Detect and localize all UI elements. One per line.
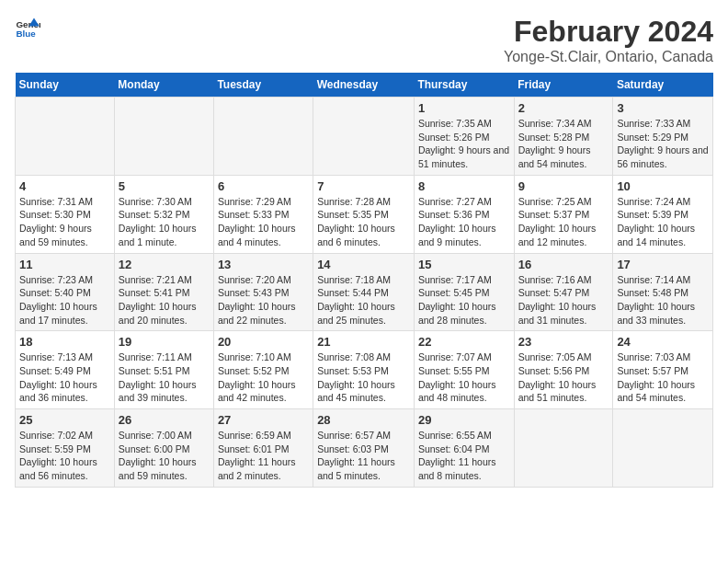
day-number: 23 [518, 335, 609, 349]
day-number: 1 [418, 101, 510, 115]
day-number: 29 [418, 413, 510, 427]
day-number: 14 [317, 258, 410, 271]
calendar-cell: 27Sunrise: 6:59 AM Sunset: 6:01 PM Dayli… [213, 409, 313, 488]
page-subtitle: Yonge-St.Clair, Ontario, Canada [504, 49, 713, 65]
day-info: Sunrise: 7:34 AM Sunset: 5:28 PM Dayligh… [518, 117, 609, 171]
day-number: 21 [317, 335, 410, 349]
page-header: General Blue February 2024 Yonge-St.Clai… [15, 15, 713, 65]
day-info: Sunrise: 7:10 AM Sunset: 5:52 PM Dayligh… [218, 350, 309, 405]
day-info: Sunrise: 7:16 AM Sunset: 5:47 PM Dayligh… [518, 273, 609, 327]
day-info: Sunrise: 7:30 AM Sunset: 5:32 PM Dayligh… [119, 195, 210, 249]
day-info: Sunrise: 6:55 AM Sunset: 6:04 PM Dayligh… [418, 429, 510, 483]
day-info: Sunrise: 7:23 AM Sunset: 5:40 PM Dayligh… [19, 273, 110, 327]
calendar-cell: 20Sunrise: 7:10 AM Sunset: 5:52 PM Dayli… [213, 331, 313, 409]
day-number: 9 [518, 179, 609, 193]
day-number: 26 [119, 413, 210, 427]
calendar-cell [16, 98, 115, 176]
header-day-tuesday: Tuesday [213, 73, 313, 98]
day-info: Sunrise: 7:31 AM Sunset: 5:30 PM Dayligh… [19, 195, 110, 249]
calendar-cell: 7Sunrise: 7:28 AM Sunset: 5:35 PM Daylig… [313, 175, 415, 253]
day-info: Sunrise: 7:28 AM Sunset: 5:35 PM Dayligh… [317, 195, 410, 249]
calendar-cell: 13Sunrise: 7:20 AM Sunset: 5:43 PM Dayli… [213, 253, 313, 331]
day-info: Sunrise: 7:11 AM Sunset: 5:51 PM Dayligh… [119, 350, 210, 405]
day-number: 12 [119, 258, 210, 271]
logo: General Blue [15, 15, 40, 40]
calendar-cell: 8Sunrise: 7:27 AM Sunset: 5:36 PM Daylig… [414, 175, 514, 253]
calendar-cell: 19Sunrise: 7:11 AM Sunset: 5:51 PM Dayli… [114, 331, 213, 409]
calendar-cell: 22Sunrise: 7:07 AM Sunset: 5:55 PM Dayli… [414, 331, 514, 409]
day-number: 16 [518, 258, 609, 271]
day-info: Sunrise: 7:27 AM Sunset: 5:36 PM Dayligh… [418, 195, 510, 249]
calendar-cell: 16Sunrise: 7:16 AM Sunset: 5:47 PM Dayli… [514, 253, 613, 331]
day-number: 18 [19, 335, 110, 349]
day-info: Sunrise: 7:29 AM Sunset: 5:33 PM Dayligh… [218, 195, 309, 249]
header-day-friday: Friday [514, 73, 613, 98]
day-info: Sunrise: 7:18 AM Sunset: 5:44 PM Dayligh… [317, 273, 410, 327]
calendar-cell: 2Sunrise: 7:34 AM Sunset: 5:28 PM Daylig… [514, 98, 613, 176]
day-number: 20 [218, 335, 309, 349]
calendar-cell: 28Sunrise: 6:57 AM Sunset: 6:03 PM Dayli… [313, 409, 415, 488]
header-day-thursday: Thursday [414, 73, 514, 98]
day-number: 11 [19, 258, 110, 271]
calendar-cell: 18Sunrise: 7:13 AM Sunset: 5:49 PM Dayli… [16, 331, 115, 409]
day-number: 10 [617, 179, 709, 193]
day-info: Sunrise: 7:17 AM Sunset: 5:45 PM Dayligh… [418, 273, 510, 327]
day-info: Sunrise: 6:59 AM Sunset: 6:01 PM Dayligh… [218, 429, 309, 483]
calendar-cell: 21Sunrise: 7:08 AM Sunset: 5:53 PM Dayli… [313, 331, 415, 409]
header-day-monday: Monday [114, 73, 213, 98]
calendar-cell: 10Sunrise: 7:24 AM Sunset: 5:39 PM Dayli… [613, 175, 713, 253]
day-info: Sunrise: 7:14 AM Sunset: 5:48 PM Dayligh… [617, 273, 709, 327]
calendar-cell [613, 409, 713, 488]
day-info: Sunrise: 7:35 AM Sunset: 5:26 PM Dayligh… [418, 117, 510, 171]
title-block: February 2024 Yonge-St.Clair, Ontario, C… [504, 15, 713, 65]
day-info: Sunrise: 7:03 AM Sunset: 5:57 PM Dayligh… [617, 350, 709, 405]
calendar-week-row: 11Sunrise: 7:23 AM Sunset: 5:40 PM Dayli… [16, 253, 713, 331]
calendar-week-row: 18Sunrise: 7:13 AM Sunset: 5:49 PM Dayli… [16, 331, 713, 409]
svg-text:Blue: Blue [16, 29, 36, 39]
calendar-cell: 5Sunrise: 7:30 AM Sunset: 5:32 PM Daylig… [114, 175, 213, 253]
day-info: Sunrise: 7:13 AM Sunset: 5:49 PM Dayligh… [19, 350, 110, 405]
day-number: 13 [218, 258, 309, 271]
day-number: 3 [617, 101, 709, 115]
day-info: Sunrise: 7:21 AM Sunset: 5:41 PM Dayligh… [119, 273, 210, 327]
day-info: Sunrise: 7:05 AM Sunset: 5:56 PM Dayligh… [518, 350, 609, 405]
calendar-cell: 26Sunrise: 7:00 AM Sunset: 6:00 PM Dayli… [114, 409, 213, 488]
calendar-cell: 15Sunrise: 7:17 AM Sunset: 5:45 PM Dayli… [414, 253, 514, 331]
calendar-week-row: 1Sunrise: 7:35 AM Sunset: 5:26 PM Daylig… [16, 98, 713, 176]
day-number: 8 [418, 179, 510, 193]
calendar-cell [114, 98, 213, 176]
day-number: 24 [617, 335, 709, 349]
day-info: Sunrise: 7:24 AM Sunset: 5:39 PM Dayligh… [617, 195, 709, 249]
day-info: Sunrise: 7:20 AM Sunset: 5:43 PM Dayligh… [218, 273, 309, 327]
day-info: Sunrise: 7:02 AM Sunset: 5:59 PM Dayligh… [19, 429, 110, 483]
day-number: 25 [19, 413, 110, 427]
calendar-cell: 6Sunrise: 7:29 AM Sunset: 5:33 PM Daylig… [213, 175, 313, 253]
calendar-cell: 11Sunrise: 7:23 AM Sunset: 5:40 PM Dayli… [16, 253, 115, 331]
calendar-cell: 23Sunrise: 7:05 AM Sunset: 5:56 PM Dayli… [514, 331, 613, 409]
day-info: Sunrise: 7:33 AM Sunset: 5:29 PM Dayligh… [617, 117, 709, 171]
day-number: 17 [617, 258, 709, 271]
calendar-cell: 17Sunrise: 7:14 AM Sunset: 5:48 PM Dayli… [613, 253, 713, 331]
calendar-cell [514, 409, 613, 488]
day-number: 28 [317, 413, 410, 427]
calendar-cell: 1Sunrise: 7:35 AM Sunset: 5:26 PM Daylig… [414, 98, 514, 176]
calendar-cell [213, 98, 313, 176]
day-info: Sunrise: 7:08 AM Sunset: 5:53 PM Dayligh… [317, 350, 410, 405]
day-number: 6 [218, 179, 309, 193]
calendar-cell: 4Sunrise: 7:31 AM Sunset: 5:30 PM Daylig… [16, 175, 115, 253]
day-info: Sunrise: 7:00 AM Sunset: 6:00 PM Dayligh… [119, 429, 210, 483]
calendar-cell: 25Sunrise: 7:02 AM Sunset: 5:59 PM Dayli… [16, 409, 115, 488]
calendar-header-row: SundayMondayTuesdayWednesdayThursdayFrid… [16, 73, 713, 98]
calendar-cell [313, 98, 415, 176]
day-number: 5 [119, 179, 210, 193]
header-day-wednesday: Wednesday [313, 73, 415, 98]
calendar-cell: 14Sunrise: 7:18 AM Sunset: 5:44 PM Dayli… [313, 253, 415, 331]
header-day-saturday: Saturday [613, 73, 713, 98]
calendar-table: SundayMondayTuesdayWednesdayThursdayFrid… [15, 73, 713, 488]
calendar-week-row: 25Sunrise: 7:02 AM Sunset: 5:59 PM Dayli… [16, 409, 713, 488]
day-number: 22 [418, 335, 510, 349]
day-number: 19 [119, 335, 210, 349]
page-title: February 2024 [504, 15, 713, 49]
day-info: Sunrise: 6:57 AM Sunset: 6:03 PM Dayligh… [317, 429, 410, 483]
calendar-cell: 12Sunrise: 7:21 AM Sunset: 5:41 PM Dayli… [114, 253, 213, 331]
